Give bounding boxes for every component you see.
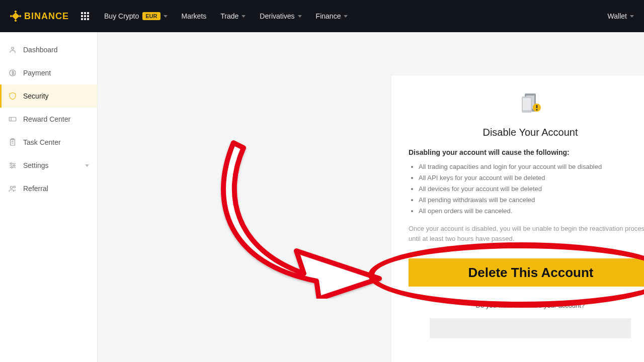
list-item: All API keys for your account will be de…: [419, 172, 644, 184]
brand-text: BINANCE: [24, 11, 69, 22]
sidebar: Dashboard Payment Security Reward Center…: [0, 32, 98, 362]
sidebar-item-reward-center[interactable]: Reward Center: [0, 108, 97, 131]
consequences-list: All trading capacities and login for you…: [409, 161, 644, 217]
nav-label: Derivatives: [260, 12, 294, 20]
svg-rect-20: [536, 105, 538, 108]
chevron-down-icon: [164, 15, 168, 18]
chevron-down-icon: [85, 164, 89, 167]
svg-point-5: [12, 47, 14, 50]
phone-warning-icon: [409, 90, 644, 118]
nav-label: Buy Crypto: [104, 12, 139, 20]
reactivation-note: Once your account is disabled, you will …: [409, 224, 644, 243]
nav-buy-crypto[interactable]: Buy Crypto EUR: [104, 12, 167, 20]
delete-account-button[interactable]: Delete This Account: [409, 258, 644, 287]
svg-rect-18: [523, 98, 531, 110]
svg-point-13: [11, 187, 13, 189]
sidebar-item-task-center[interactable]: Task Center: [0, 131, 97, 154]
sidebar-item-label: Reward Center: [23, 115, 70, 123]
people-icon: [8, 184, 17, 193]
nav-derivatives[interactable]: Derivatives: [260, 12, 301, 20]
sidebar-item-label: Payment: [23, 69, 51, 77]
top-nav: Buy Crypto EUR Markets Trade Derivatives…: [104, 12, 348, 20]
main-content: Disable Your Account Disabling your acco…: [98, 32, 644, 362]
chevron-down-icon: [630, 15, 634, 18]
sidebar-item-referral[interactable]: Referral: [0, 177, 97, 200]
shield-icon: [8, 92, 17, 101]
list-item: All pending withdrawals will be canceled: [419, 195, 644, 206]
nav-label: Wallet: [608, 12, 627, 20]
svg-point-12: [11, 166, 13, 168]
nav-wallet[interactable]: Wallet: [608, 12, 634, 20]
sidebar-item-label: Task Center: [23, 138, 61, 146]
currency-badge: EUR: [142, 12, 160, 20]
sidebar-item-settings[interactable]: Settings: [0, 154, 97, 177]
sidebar-item-dashboard[interactable]: Dashboard: [0, 38, 97, 61]
sidebar-item-label: Security: [23, 92, 49, 100]
sidebar-item-label: Dashboard: [23, 46, 58, 54]
sidebar-item-label: Settings: [23, 161, 49, 169]
apps-grid-icon[interactable]: [81, 12, 89, 20]
chevron-down-icon: [242, 15, 246, 18]
card-subtitle: Disabling your account will cause the fo…: [409, 148, 644, 156]
annotation-arrow-icon: [213, 133, 394, 299]
placeholder-bar: [430, 318, 631, 338]
nav-label: Trade: [220, 12, 238, 20]
list-item: All devices for your account will be del…: [419, 184, 644, 195]
brand-logo[interactable]: BINANCE: [10, 11, 69, 22]
disable-account-card: Disable Your Account Disabling your acco…: [391, 75, 644, 362]
svg-rect-7: [9, 117, 16, 121]
svg-point-11: [14, 165, 15, 166]
nav-markets[interactable]: Markets: [182, 12, 207, 20]
coin-icon: [8, 68, 17, 77]
sliders-icon: [8, 161, 17, 170]
svg-point-14: [14, 186, 16, 188]
nav-trade[interactable]: Trade: [220, 12, 246, 20]
svg-rect-21: [536, 109, 538, 111]
list-item: All open orders will be canceled.: [419, 206, 644, 217]
user-icon: [8, 45, 17, 54]
sidebar-item-payment[interactable]: Payment: [0, 61, 97, 84]
nav-label: Markets: [182, 12, 207, 20]
topbar: BINANCE Buy Crypto EUR Markets Trade Der…: [0, 0, 644, 32]
binance-icon: [10, 11, 21, 22]
sidebar-item-security[interactable]: Security: [0, 84, 97, 108]
sidebar-item-label: Referral: [23, 185, 48, 193]
nav-finance[interactable]: Finance: [316, 12, 348, 20]
ticket-icon: [8, 115, 17, 124]
card-title: Disable Your Account: [409, 127, 644, 138]
nav-label: Finance: [316, 12, 341, 20]
confirm-question: Do you want to disable your account?: [409, 302, 644, 309]
chevron-down-icon: [344, 15, 348, 18]
chevron-down-icon: [298, 15, 302, 18]
list-item: All trading capacities and login for you…: [419, 161, 644, 172]
svg-point-10: [11, 163, 12, 164]
clipboard-icon: [8, 138, 17, 147]
